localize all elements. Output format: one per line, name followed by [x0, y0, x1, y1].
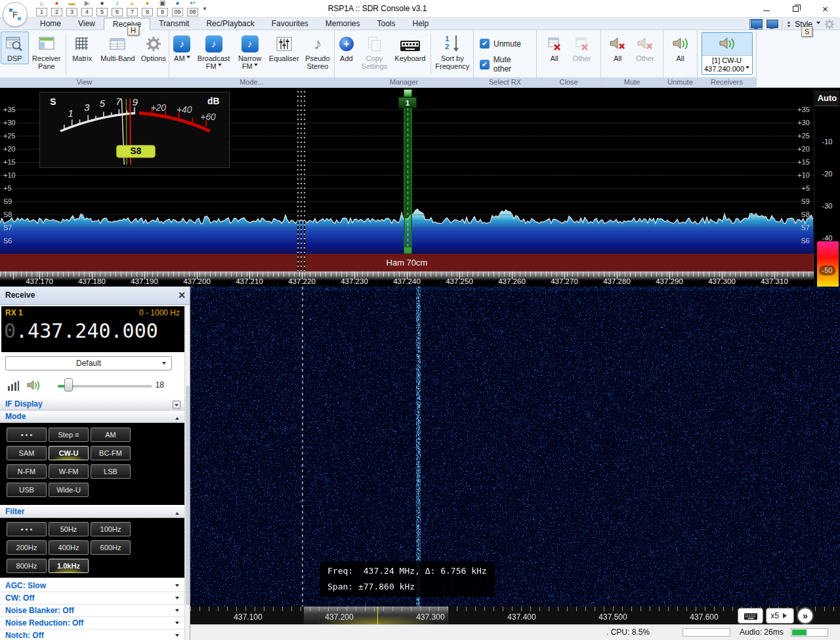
- mute-other-checkbox[interactable]: Mute other: [480, 55, 530, 73]
- filter-dots-button[interactable]: • • •: [7, 522, 47, 536]
- unmute-all-button[interactable]: All: [666, 31, 695, 64]
- mode-wideu-button[interactable]: Wide-U: [49, 483, 89, 497]
- speaker-icon[interactable]: [26, 379, 41, 394]
- mode-header[interactable]: Mode: [0, 411, 184, 423]
- qat-button-1[interactable]: 1: [34, 1, 49, 17]
- close-all-button[interactable]: All: [541, 31, 568, 64]
- qat-button-3[interactable]: 3: [64, 1, 79, 17]
- mute-all-button[interactable]: All: [604, 31, 631, 64]
- add-button[interactable]: Add: [335, 31, 358, 64]
- qat-button-9[interactable]: 9: [155, 1, 170, 17]
- if-display-header[interactable]: IF Display: [0, 399, 184, 410]
- cw-section[interactable]: CW: Off: [0, 592, 184, 605]
- filter-200hz-button[interactable]: 200Hz: [7, 540, 47, 555]
- noise-blanker-section[interactable]: Noise Blanker: Off: [0, 605, 184, 617]
- tuned-frequency-readout[interactable]: 0.437.240.000: [4, 319, 158, 342]
- qat-button-4[interactable]: 4: [79, 1, 94, 17]
- tab-transmit[interactable]: Transmit: [150, 18, 198, 30]
- options-button[interactable]: Options: [138, 31, 168, 64]
- waterfall-frequency-scale[interactable]: 437.100437.200437.300437.400437.500437.6…: [190, 607, 840, 624]
- frequency-display[interactable]: RX 1 0 - 1000 Hz 0.437.240.000: [1, 306, 185, 352]
- receiver-pane-button[interactable]: Receiver Pane: [29, 31, 64, 72]
- close-button[interactable]: ×: [810, 0, 840, 18]
- dsp-button[interactable]: DSP: [1, 31, 29, 64]
- waterfall-speed-button[interactable]: »: [797, 607, 814, 624]
- preset-dropdown[interactable]: Default: [5, 356, 172, 370]
- tuning-marker-handle[interactable]: [404, 247, 412, 254]
- copy-settings-button[interactable]: Copy Settings: [358, 31, 392, 72]
- receiver-1-button[interactable]: [1] CW-U437.240.000: [702, 32, 753, 75]
- tab-memories[interactable]: Memories: [317, 18, 369, 30]
- restore-button[interactable]: [781, 0, 810, 18]
- gear-icon[interactable]: [824, 19, 835, 30]
- narrow-fm-button[interactable]: Narrow FM: [234, 31, 266, 72]
- filter-600hz-button[interactable]: 600Hz: [91, 540, 131, 555]
- matrix-button[interactable]: Matrix: [68, 31, 97, 64]
- mode-usb-button[interactable]: USB: [7, 483, 47, 497]
- notch-section[interactable]: Notch: Off: [0, 630, 184, 640]
- mode-am-button[interactable]: AM: [91, 428, 131, 442]
- am-button[interactable]: AM: [170, 31, 194, 64]
- volume-slider-handle[interactable]: [64, 378, 73, 391]
- qat-button-7[interactable]: 7: [125, 1, 140, 17]
- mode-wfm-button[interactable]: W-FM: [49, 464, 89, 479]
- equaliser-button[interactable]: Equaliser: [266, 31, 302, 64]
- mode-lsb-button[interactable]: LSB: [91, 464, 131, 479]
- monitor-primary-icon[interactable]: [750, 20, 762, 29]
- qat-overflow-icon[interactable]: ▾: [200, 1, 209, 17]
- sort-by-frequency-button[interactable]: 12 Sort by Frequency: [432, 31, 472, 72]
- filter-800hz-button[interactable]: 800Hz: [7, 559, 47, 573]
- monitor-secondary-icon[interactable]: [766, 20, 778, 29]
- noise-reduction-section[interactable]: Noise Reduction: Off: [0, 617, 184, 630]
- levels-icon[interactable]: [8, 381, 19, 391]
- tab-rec-playback[interactable]: Rec/Playback: [198, 18, 262, 30]
- qat-button-09[interactable]: 09: [170, 1, 185, 17]
- colorbar-auto-button[interactable]: Auto: [815, 90, 839, 106]
- tuning-marker[interactable]: 1: [398, 89, 417, 254]
- tab-view[interactable]: View: [70, 18, 104, 30]
- keyboard-entry-button[interactable]: [738, 608, 763, 624]
- qat-button-6[interactable]: 6: [110, 1, 125, 17]
- updown-icon[interactable]: ▲▼: [786, 20, 791, 28]
- qat-button-5[interactable]: 5: [94, 1, 110, 17]
- tab-home[interactable]: Home: [32, 18, 70, 30]
- tuning-marker-cap[interactable]: [404, 89, 412, 97]
- waterfall-display[interactable]: Freq: 437.24 MHz, Δ: 6.756 kHzSpan: ±77.…: [190, 287, 840, 607]
- app-menu-button[interactable]: F: [3, 2, 28, 27]
- tuning-marker-bar[interactable]: [404, 92, 412, 247]
- mode-step-button[interactable]: Step ≡: [49, 428, 89, 442]
- collapse-box-icon[interactable]: [173, 401, 180, 409]
- agc-section[interactable]: AGC: Slow: [0, 580, 184, 592]
- filter-400hz-button[interactable]: 400Hz: [49, 540, 89, 555]
- unmute-checkbox[interactable]: Unmute: [480, 39, 521, 49]
- mode-sam-button[interactable]: SAM: [7, 446, 47, 460]
- mode-dots-button[interactable]: • • •: [7, 428, 47, 442]
- tuning-marker-badge[interactable]: 1: [398, 97, 417, 108]
- panel-close-icon[interactable]: ✕: [178, 287, 186, 304]
- filter-1khz-button[interactable]: 1.0kHz: [49, 559, 89, 573]
- mode-nfm-button[interactable]: N-FM: [7, 464, 47, 479]
- multi-band-button[interactable]: Multi-Band: [96, 31, 138, 64]
- qat-button-2[interactable]: 2: [49, 1, 64, 17]
- mode-cwu-button[interactable]: CW-U: [49, 446, 89, 460]
- tab-tools[interactable]: Tools: [369, 18, 404, 30]
- filter-100hz-button[interactable]: 100Hz: [91, 522, 131, 536]
- scrollbar-thumb[interactable]: [186, 386, 190, 605]
- close-other-button[interactable]: Other: [568, 31, 597, 64]
- qat-button-08[interactable]: 08: [185, 1, 200, 17]
- sub-marker-437.220[interactable]: [297, 88, 306, 272]
- tab-help[interactable]: Help: [404, 18, 438, 30]
- pseudo-stereo-button[interactable]: Pseudo Stereo: [302, 31, 333, 72]
- filter-50hz-button[interactable]: 50Hz: [49, 522, 89, 536]
- tab-favourites[interactable]: Favourites: [263, 18, 317, 30]
- spectrum-frequency-scale[interactable]: 437.170437.180437.190437.200437.210437.2…: [0, 271, 814, 287]
- mode-bcfm-button[interactable]: BC-FM: [91, 446, 131, 460]
- minimize-button[interactable]: [751, 0, 781, 18]
- keyboard-button[interactable]: Keyboard: [391, 31, 429, 64]
- zoom-level-button[interactable]: x5: [766, 608, 794, 624]
- panel-scrollbar[interactable]: [184, 305, 190, 640]
- qat-button-8[interactable]: 8: [140, 1, 155, 17]
- broadcast-fm-button[interactable]: Broadcast FM: [194, 31, 234, 72]
- filter-header[interactable]: Filter: [0, 506, 184, 518]
- mute-other-button[interactable]: Other: [631, 31, 660, 64]
